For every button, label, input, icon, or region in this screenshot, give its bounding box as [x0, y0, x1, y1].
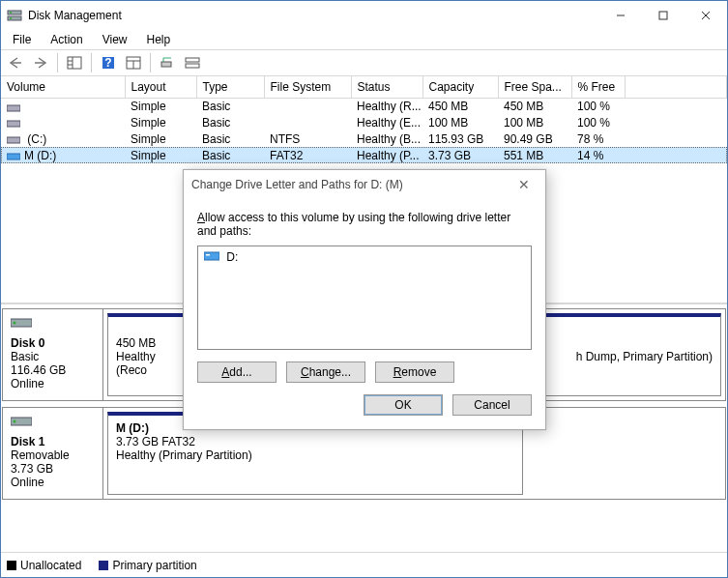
dialog-titlebar: Change Drive Letter and Paths for D: (M)…: [184, 170, 545, 199]
help-button[interactable]: ?: [98, 52, 119, 73]
dialog-instruction: AAllow access to this volume by using th…: [197, 211, 532, 238]
cell-free: 100 MB: [498, 114, 571, 130]
cell-status: Healthy (P...: [351, 147, 422, 163]
svg-point-27: [14, 322, 16, 325]
menu-file[interactable]: File: [5, 31, 39, 48]
dialog-title: Change Drive Letter and Paths for D: (M): [191, 178, 403, 191]
table-row[interactable]: Simple Basic Healthy (R... 450 MB 450 MB…: [1, 98, 727, 114]
col-filesystem[interactable]: File System: [264, 76, 351, 98]
col-spacer: [625, 76, 727, 98]
svg-rect-5: [659, 12, 667, 19]
cell-capacity: 115.93 GB: [422, 130, 498, 147]
cell-fs: NTFS: [264, 130, 351, 147]
cell-volume: (C:): [24, 132, 46, 146]
cell-fs: [264, 114, 351, 130]
drive-paths-listbox[interactable]: D:: [197, 246, 532, 350]
refresh-button[interactable]: [123, 52, 144, 73]
ok-button[interactable]: OK: [364, 394, 443, 416]
legend-unallocated: Unallocated: [7, 559, 81, 572]
volume-icon: [7, 151, 20, 160]
cell-pct: 14 %: [571, 147, 625, 163]
col-volume[interactable]: Volume: [1, 76, 125, 98]
disk-header-0[interactable]: Disk 0 Basic 116.46 GB Online: [3, 309, 103, 400]
disk-icon: [11, 414, 32, 431]
svg-rect-20: [186, 58, 199, 62]
cell-capacity: 3.73 GB: [422, 147, 498, 163]
back-button[interactable]: [5, 52, 26, 73]
cell-volume: M (D:): [24, 149, 56, 162]
separator: [150, 53, 151, 72]
cell-pct: 100 %: [571, 98, 625, 114]
toolbar: ?: [1, 49, 727, 76]
list-item-label: D:: [226, 250, 238, 264]
disk-header-1[interactable]: Disk 1 Removable 3.73 GB Online: [3, 408, 103, 499]
partition-sizefs: 3.73 GB FAT32: [116, 435, 514, 448]
partition-status: Healthy (Primary Partition): [116, 448, 514, 462]
svg-point-29: [14, 420, 16, 423]
separator: [91, 53, 92, 72]
partition[interactable]: 450 MB Healthy (Reco: [107, 313, 185, 396]
disk-name: Disk 0: [11, 336, 95, 350]
cell-fs: [264, 98, 351, 114]
disk-size: 3.73 GB: [11, 462, 95, 476]
svg-point-2: [10, 12, 12, 14]
table-row[interactable]: (C:) Simple Basic NTFS Healthy (B... 115…: [1, 130, 727, 147]
cancel-button[interactable]: Cancel: [452, 394, 532, 416]
list-button[interactable]: [182, 52, 203, 73]
col-status[interactable]: Status: [351, 76, 422, 98]
menu-help[interactable]: Help: [139, 31, 179, 48]
menu-action[interactable]: Action: [43, 31, 90, 48]
show-hide-pane-button[interactable]: [64, 52, 85, 73]
window-title: Disk Management: [28, 9, 599, 22]
disk-name: Disk 1: [11, 435, 95, 448]
svg-rect-19: [161, 62, 171, 67]
cell-layout: Simple: [125, 130, 196, 147]
settings-button[interactable]: [157, 52, 178, 73]
swatch-icon: [7, 561, 16, 570]
cell-free: 450 MB: [498, 98, 571, 114]
disk-size: 116.46 GB: [11, 363, 95, 377]
cell-capacity: 450 MB: [422, 98, 498, 114]
separator: [57, 53, 58, 72]
legend: Unallocated Primary partition: [1, 552, 727, 577]
volume-icon: [7, 118, 20, 128]
cell-free: 90.49 GB: [498, 130, 571, 147]
col-layout[interactable]: Layout: [125, 76, 196, 98]
cell-type: Basic: [196, 98, 264, 114]
cell-status: Healthy (R...: [351, 98, 422, 114]
remove-button[interactable]: Remove: [375, 361, 454, 383]
change-drive-letter-dialog: Change Drive Letter and Paths for D: (M)…: [183, 169, 546, 430]
svg-rect-31: [206, 254, 210, 256]
cell-capacity: 100 MB: [422, 114, 498, 130]
col-type[interactable]: Type: [196, 76, 264, 98]
dialog-close-button[interactable]: ✕: [510, 177, 538, 192]
col-freespace[interactable]: Free Spa...: [498, 76, 571, 98]
change-button[interactable]: Change...: [286, 361, 365, 383]
cell-free: 551 MB: [498, 147, 571, 163]
close-button[interactable]: [684, 2, 727, 29]
swatch-icon: [99, 561, 108, 570]
menu-view[interactable]: View: [95, 31, 135, 48]
maximize-button[interactable]: [642, 2, 684, 29]
cell-type: Basic: [196, 130, 264, 147]
table-row[interactable]: M (D:) Simple Basic FAT32 Healthy (P... …: [1, 147, 727, 163]
disk-status: Online: [11, 377, 95, 390]
disk-type: Removable: [11, 448, 95, 462]
add-button[interactable]: Add...: [197, 361, 277, 383]
main-window: Disk Management File Action View Help ? …: [0, 0, 728, 578]
col-capacity[interactable]: Capacity: [422, 76, 498, 98]
disk-icon: [11, 315, 32, 332]
cell-type: Basic: [196, 114, 264, 130]
disk-type: Basic: [11, 350, 95, 363]
table-row[interactable]: Simple Basic Healthy (E... 100 MB 100 MB…: [1, 114, 727, 130]
forward-button[interactable]: [30, 52, 51, 73]
minimize-button[interactable]: [599, 2, 642, 29]
col-pctfree[interactable]: % Free: [571, 76, 625, 98]
app-icon: [7, 8, 22, 23]
cell-pct: 78 %: [571, 130, 625, 147]
volume-icon: [7, 134, 20, 144]
svg-rect-21: [186, 64, 199, 68]
svg-rect-22: [7, 105, 20, 111]
titlebar: Disk Management: [1, 1, 727, 30]
list-item[interactable]: D:: [204, 250, 525, 265]
